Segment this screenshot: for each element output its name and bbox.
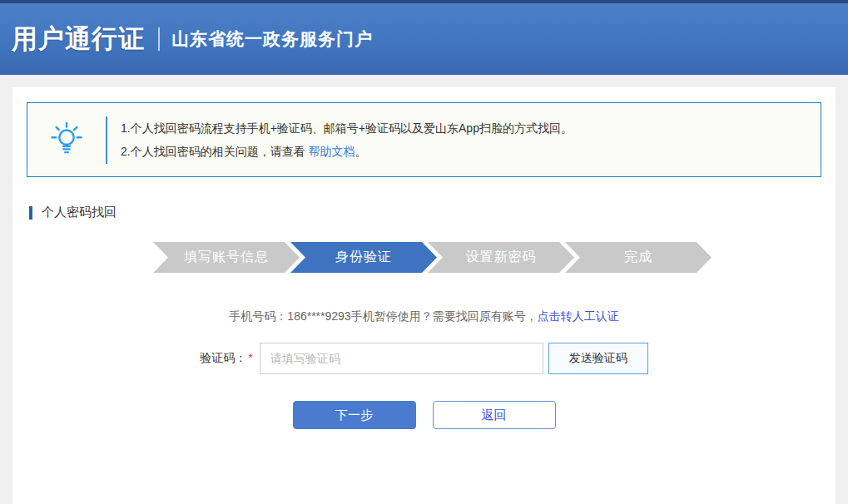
back-button[interactable]: 返回 — [433, 401, 556, 429]
section-title-bar — [29, 206, 32, 220]
next-button[interactable]: 下一步 — [293, 401, 416, 429]
page: 用户通行证 山东省统一政务服务门户 1.个人找回密 — [0, 0, 848, 504]
captcha-input[interactable] — [260, 343, 543, 374]
manual-verify-link[interactable]: 点击转人工认证 — [538, 309, 619, 323]
step-label: 完成 — [624, 249, 652, 266]
content-card: 1.个人找回密码流程支持手机+验证码、邮箱号+验证码以及爱山东App扫脸的方式找… — [12, 87, 836, 504]
notice-divider — [106, 116, 107, 164]
notice-box: 1.个人找回密码流程支持手机+验证码、邮箱号+验证码以及爱山东App扫脸的方式找… — [27, 102, 821, 177]
captcha-label: 验证码：* — [200, 351, 252, 366]
notice-line-1: 1.个人找回密码流程支持手机+验证码、邮箱号+验证码以及爱山东App扫脸的方式找… — [121, 116, 573, 140]
captcha-label-text: 验证码： — [200, 351, 246, 364]
step-set-new-password: 设置新密码 — [428, 242, 574, 273]
step-complete: 完成 — [565, 242, 712, 273]
header-divider — [158, 27, 160, 51]
step-indicator: 填写账号信息 身份验证 设置新密码 完成 — [12, 242, 836, 273]
required-mark: * — [248, 351, 252, 364]
portal-subtitle: 山东省统一政务服务门户 — [171, 27, 373, 51]
page-title: 用户通行证 — [12, 22, 145, 57]
phone-notice-text: 手机号码：186****9293手机暂停使用？需要找回原有账号， — [229, 309, 537, 323]
step-label: 身份验证 — [335, 249, 392, 266]
action-buttons: 下一步 返回 — [12, 401, 836, 429]
send-code-button[interactable]: 发送验证码 — [548, 343, 648, 374]
step-label: 填写账号信息 — [184, 249, 269, 266]
help-doc-link[interactable]: 帮助文档 — [309, 145, 355, 158]
step-fill-account-info: 填写账号信息 — [153, 242, 300, 273]
section-title: 个人密码找回 — [42, 205, 117, 220]
lightbulb-icon — [27, 119, 106, 161]
captcha-row: 验证码：* 发送验证码 — [12, 343, 836, 374]
notice-line-2-suffix: 。 — [355, 145, 367, 158]
notice-line-2-prefix: 2.个人找回密码的相关问题，请查看 — [121, 145, 309, 158]
section-header: 个人密码找回 — [29, 205, 836, 220]
notice-line-2: 2.个人找回密码的相关问题，请查看 帮助文档。 — [121, 140, 573, 163]
step-identity-verification: 身份验证 — [290, 242, 437, 273]
step-label: 设置新密码 — [466, 249, 537, 266]
app-header: 用户通行证 山东省统一政务服务门户 — [0, 3, 848, 75]
phone-notice: 手机号码：186****9293手机暂停使用？需要找回原有账号，点击转人工认证 — [12, 309, 836, 324]
notice-text: 1.个人找回密码流程支持手机+验证码、邮箱号+验证码以及爱山东App扫脸的方式找… — [107, 116, 573, 163]
